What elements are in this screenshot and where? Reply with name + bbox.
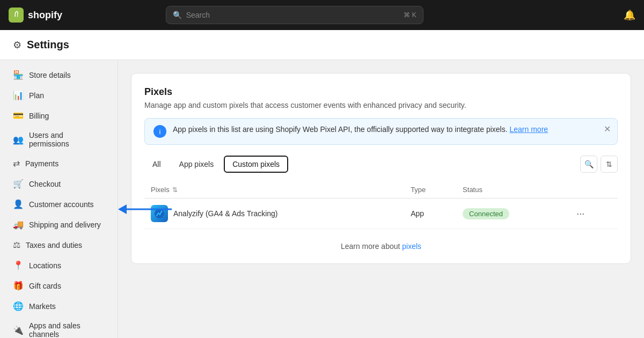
search-shortcut: ⌘ K xyxy=(404,11,416,19)
learn-more-section: Learn more about pixels xyxy=(144,242,618,251)
pixel-type-cell: App xyxy=(404,199,456,229)
pixel-name-content: Analyzify (GA4 & Ads Tracking) xyxy=(151,205,398,222)
pixels-tabs: All App pixels Custom pixels 🔍 ⇅ xyxy=(144,156,618,173)
pixels-table: Pixels ⇅ Type Status xyxy=(144,181,618,229)
pixel-status-cell: Connected xyxy=(456,199,567,229)
tabs-actions: 🔍 ⇅ xyxy=(580,156,618,173)
pixels-title: Pixels xyxy=(144,86,618,98)
sidebar-item-taxes-duties[interactable]: ⚖ Taxes and duties xyxy=(4,235,113,255)
sidebar-item-label: Checkout xyxy=(29,180,61,188)
settings-header: ⚙ Settings xyxy=(0,30,644,60)
sidebar-item-store-details[interactable]: 🏪 Store details xyxy=(4,65,113,85)
notifications-bell[interactable]: 🔔 xyxy=(624,9,635,21)
shopify-logo[interactable]: shopify xyxy=(9,8,62,23)
checkout-icon: 🛒 xyxy=(13,179,24,189)
sidebar-item-users-permissions[interactable]: 👥 Users and permissions xyxy=(4,126,113,153)
column-status: Status xyxy=(456,181,567,199)
banner-text: App pixels in this list are using Shopif… xyxy=(173,125,548,134)
sidebar-item-label: Plan xyxy=(29,91,44,100)
main-content: Pixels Manage app and custom pixels that… xyxy=(118,60,644,338)
sidebar-item-billing[interactable]: 💳 Billing xyxy=(4,106,113,126)
gift-cards-icon: 🎁 xyxy=(13,281,24,291)
sidebar-item-label: Locations xyxy=(29,261,61,270)
tab-all[interactable]: All xyxy=(144,156,169,172)
pixels-card: Pixels Manage app and custom pixels that… xyxy=(131,73,631,264)
search-icon: 🔍 xyxy=(173,11,182,19)
main-layout: 🏪 Store details 📊 Plan 💳 Billing 👥 Users… xyxy=(0,60,644,338)
customer-accounts-icon: 👤 xyxy=(13,199,24,209)
pixels-description: Manage app and custom pixels that access… xyxy=(144,101,618,109)
sidebar-item-locations[interactable]: 📍 Locations xyxy=(4,255,113,275)
sidebar-item-markets[interactable]: 🌐 Markets xyxy=(4,296,113,316)
sidebar-item-label: Taxes and duties xyxy=(26,241,82,249)
sidebar-item-payments[interactable]: ⇄ Payments xyxy=(4,153,113,173)
shopify-logo-text: shopify xyxy=(28,10,62,21)
sidebar-item-checkout[interactable]: 🛒 Checkout xyxy=(4,174,113,194)
sidebar-item-label: Shipping and delivery xyxy=(29,221,101,229)
sort-pixels-button[interactable]: ⇅ xyxy=(601,156,618,173)
search-input[interactable] xyxy=(186,11,400,19)
plan-icon: 📊 xyxy=(13,90,24,100)
sidebar-item-plan[interactable]: 📊 Plan xyxy=(4,85,113,105)
table-row: Analyzify (GA4 & Ads Tracking) App Conne… xyxy=(144,199,618,229)
pixel-actions-cell: ··· xyxy=(567,199,618,229)
locations-icon: 📍 xyxy=(13,260,24,270)
sidebar-item-customer-accounts[interactable]: 👤 Customer accounts xyxy=(4,194,113,214)
top-navigation: shopify 🔍 ⌘ K 🔔 xyxy=(0,0,644,30)
column-pixels: Pixels ⇅ xyxy=(144,181,404,199)
markets-icon: 🌐 xyxy=(13,301,24,311)
sidebar-item-apps-sales-channels[interactable]: 🔌 Apps and sales channels xyxy=(4,317,113,338)
info-banner: i App pixels in this list are using Shop… xyxy=(144,118,618,145)
analyzify-logo-icon xyxy=(154,208,165,219)
banner-close-button[interactable]: ✕ xyxy=(604,124,611,134)
search-bar[interactable]: 🔍 ⌘ K xyxy=(166,6,423,24)
apps-icon: 🔌 xyxy=(13,325,24,335)
pixels-learn-more-link[interactable]: pixels xyxy=(402,242,421,251)
sidebar-item-label: Store details xyxy=(29,71,71,79)
billing-icon: 💳 xyxy=(13,111,24,121)
status-badge: Connected xyxy=(463,208,509,219)
search-pixels-button[interactable]: 🔍 xyxy=(580,156,597,173)
store-details-icon: 🏪 xyxy=(13,70,24,80)
settings-icon: ⚙ xyxy=(13,39,21,51)
pixel-app-name: Analyzify (GA4 & Ads Tracking) xyxy=(173,209,278,218)
sidebar-item-gift-cards[interactable]: 🎁 Gift cards xyxy=(4,276,113,296)
analyzify-logo xyxy=(151,205,168,222)
tab-custom-pixels[interactable]: Custom pixels xyxy=(224,156,288,173)
info-icon: i xyxy=(153,125,166,138)
settings-sidebar: 🏪 Store details 📊 Plan 💳 Billing 👥 Users… xyxy=(0,60,118,338)
sidebar-item-label: Markets xyxy=(29,302,56,311)
pixel-name-cell: Analyzify (GA4 & Ads Tracking) xyxy=(144,199,404,229)
shipping-icon: 🚚 xyxy=(13,219,24,230)
svg-rect-0 xyxy=(9,8,24,23)
sidebar-item-label: Billing xyxy=(29,112,49,120)
shopify-logo-icon xyxy=(9,8,24,23)
pixels-sort-icon: ⇅ xyxy=(172,186,178,194)
sidebar-item-label: Users and permissions xyxy=(29,131,105,148)
sidebar-item-label: Payments xyxy=(25,159,58,168)
users-icon: 👥 xyxy=(13,135,24,145)
tab-app-pixels[interactable]: App pixels xyxy=(171,156,222,172)
pixel-more-button[interactable]: ··· xyxy=(573,207,588,221)
banner-learn-more-link[interactable]: Learn more xyxy=(509,125,548,134)
svg-point-2 xyxy=(161,211,163,212)
taxes-icon: ⚖ xyxy=(13,240,20,250)
sidebar-item-shipping-delivery[interactable]: 🚚 Shipping and delivery xyxy=(4,215,113,234)
sidebar-item-label: Apps and sales channels xyxy=(29,321,105,338)
sidebar-item-label: Gift cards xyxy=(29,282,61,290)
payments-icon: ⇄ xyxy=(13,158,20,168)
column-type: Type xyxy=(404,181,456,199)
column-actions xyxy=(567,181,618,199)
page-title: Settings xyxy=(27,39,69,51)
sidebar-item-label: Customer accounts xyxy=(29,200,94,209)
